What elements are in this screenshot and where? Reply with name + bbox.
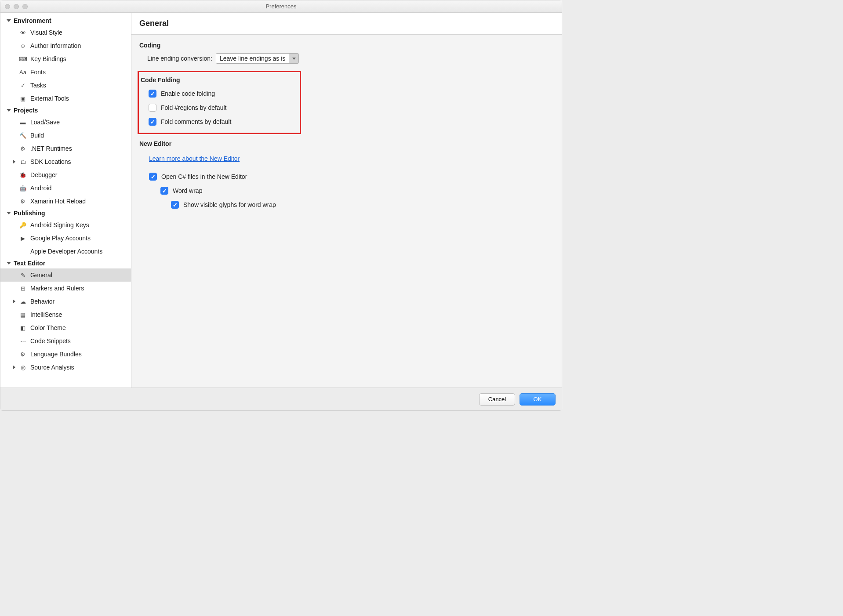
sidebar-item-icon: ▣ (19, 95, 27, 102)
line-ending-value: Leave line endings as is (216, 55, 289, 62)
fold-comments-row[interactable]: Fold comments by default (149, 118, 296, 126)
enable-code-folding-row[interactable]: Enable code folding (149, 90, 296, 98)
chevron-down-icon[interactable] (289, 53, 298, 64)
sidebar-item-label: Key Bindings (30, 55, 66, 62)
sidebar-item-label: Language Bundles (30, 351, 82, 358)
show-glyphs-row[interactable]: Show visible glyphs for word wrap (171, 201, 554, 209)
sidebar-item-icon: 🗀 (19, 159, 27, 165)
sidebar-item[interactable]: ☺Author Information (0, 39, 131, 52)
sidebar-item[interactable]: 🔑Android Signing Keys (0, 218, 131, 232)
open-csharp-new-editor-checkbox[interactable] (149, 173, 157, 181)
sidebar-item-label: Xamarin Hot Reload (30, 198, 86, 205)
sidebar-item[interactable]: 🤖Android (0, 181, 131, 195)
sidebar-item-icon: ⊞ (19, 285, 27, 292)
chevron-right-icon (13, 365, 15, 370)
sidebar-item-label: Google Play Accounts (30, 235, 91, 242)
sidebar-item[interactable]: AaFonts (0, 65, 131, 79)
sidebar[interactable]: Environment👁Visual Style☺Author Informat… (0, 13, 131, 388)
sidebar-category[interactable]: Environment (0, 15, 131, 26)
sidebar-item-label: IntelliSense (30, 311, 62, 318)
coding-section-title: Coding (139, 42, 554, 49)
sidebar-item-label: Visual Style (30, 29, 62, 36)
sidebar-item-label: SDK Locations (30, 158, 71, 165)
sidebar-item[interactable]: ✎General (0, 268, 131, 282)
sidebar-item[interactable]: ☁Behavior (0, 295, 131, 308)
page-title: General (131, 13, 562, 35)
sidebar-item-icon: ☁ (19, 298, 27, 305)
sidebar-item[interactable]: ▤IntelliSense (0, 308, 131, 321)
sidebar-item[interactable]: ⊞Markers and Rulers (0, 282, 131, 295)
main-panel: General Coding Line ending conversion: L… (131, 13, 562, 388)
line-ending-row: Line ending conversion: Leave line endin… (147, 53, 554, 64)
footer: Cancel OK (0, 388, 562, 410)
sidebar-item-label: Fonts (30, 69, 46, 76)
fold-regions-label: Fold #regions by default (161, 104, 226, 111)
fold-regions-row[interactable]: Fold #regions by default (149, 104, 296, 112)
sidebar-item-icon: ☺ (19, 43, 27, 49)
ok-button[interactable]: OK (520, 393, 556, 406)
sidebar-item-icon: 👁 (19, 29, 27, 36)
sidebar-item-label: Color Theme (30, 324, 66, 331)
sidebar-item[interactable]: 🔨Build (0, 129, 131, 142)
sidebar-item-icon: 🐞 (19, 172, 27, 178)
sidebar-category[interactable]: Projects (0, 105, 131, 116)
sidebar-category-label: Environment (14, 17, 51, 24)
sidebar-item[interactable]: ▣External Tools (0, 92, 131, 105)
sidebar-item-icon: ✓ (19, 82, 27, 89)
sidebar-item-label: Load/Save (30, 119, 60, 126)
sidebar-item[interactable]: ⚙.NET Runtimes (0, 142, 131, 155)
sidebar-item-icon: ⚙ (19, 145, 27, 152)
window-title: Preferences (0, 3, 562, 10)
enable-code-folding-label: Enable code folding (161, 90, 215, 97)
sidebar-item-label: Apple Developer Accounts (30, 248, 102, 255)
enable-code-folding-checkbox[interactable] (149, 90, 156, 98)
titlebar: Preferences (0, 0, 562, 13)
sidebar-item-icon: ✎ (19, 272, 27, 279)
sidebar-item[interactable]: ◎Source Analysis (0, 361, 131, 374)
sidebar-item[interactable]: 👁Visual Style (0, 26, 131, 39)
sidebar-category[interactable]: Text Editor (0, 258, 131, 268)
sidebar-item-label: Android (30, 185, 51, 192)
new-editor-learn-more-link[interactable]: Learn more about the New Editor (149, 155, 240, 162)
sidebar-item-icon: Aa (19, 69, 27, 76)
code-folding-section-title: Code Folding (141, 76, 296, 83)
show-glyphs-label: Show visible glyphs for word wrap (183, 201, 276, 208)
sidebar-item[interactable]: ✓Tasks (0, 79, 131, 92)
word-wrap-row[interactable]: Word wrap (160, 187, 554, 195)
sidebar-item[interactable]: ▬Load/Save (0, 116, 131, 129)
sidebar-item[interactable]: ⚙Xamarin Hot Reload (0, 195, 131, 208)
sidebar-item-icon: 🔑 (19, 222, 27, 228)
open-csharp-new-editor-row[interactable]: Open C# files in the New Editor (149, 173, 554, 181)
cancel-button[interactable]: Cancel (479, 393, 515, 406)
sidebar-item-label: Markers and Rulers (30, 285, 84, 292)
word-wrap-checkbox[interactable] (160, 187, 168, 195)
sidebar-item-label: Source Analysis (30, 364, 74, 371)
sidebar-item[interactable]: 🗀SDK Locations (0, 155, 131, 168)
sidebar-item-icon: ⋯ (19, 338, 27, 344)
sidebar-item-label: Code Snippets (30, 337, 71, 344)
sidebar-category-label: Projects (14, 107, 38, 114)
line-ending-select[interactable]: Leave line endings as is (216, 53, 299, 64)
sidebar-item[interactable]: ⋯Code Snippets (0, 334, 131, 348)
sidebar-item[interactable]: ⚙Language Bundles (0, 348, 131, 361)
content-area: Environment👁Visual Style☺Author Informat… (0, 13, 562, 388)
sidebar-item[interactable]: ◧Color Theme (0, 321, 131, 334)
sidebar-item[interactable]: ▶Google Play Accounts (0, 232, 131, 245)
chevron-down-icon (7, 19, 11, 22)
sidebar-item-icon: 🤖 (19, 185, 27, 192)
line-ending-label: Line ending conversion: (147, 55, 212, 62)
sidebar-item-icon: ▶ (19, 235, 27, 242)
sidebar-item-icon: ⌨ (19, 56, 27, 62)
sidebar-item-label: Behavior (30, 298, 55, 305)
show-glyphs-checkbox[interactable] (171, 201, 179, 209)
sidebar-category-label: Publishing (14, 210, 45, 217)
fold-regions-checkbox[interactable] (149, 104, 156, 112)
fold-comments-checkbox[interactable] (149, 118, 156, 126)
sidebar-item[interactable]: Apple Developer Accounts (0, 245, 131, 258)
sidebar-item[interactable]: 🐞Debugger (0, 168, 131, 181)
sidebar-item-icon: ⚙ (19, 351, 27, 358)
sidebar-category[interactable]: Publishing (0, 208, 131, 218)
new-editor-section-title: New Editor (139, 140, 554, 147)
main-body: Coding Line ending conversion: Leave lin… (131, 35, 562, 388)
sidebar-item[interactable]: ⌨Key Bindings (0, 52, 131, 65)
